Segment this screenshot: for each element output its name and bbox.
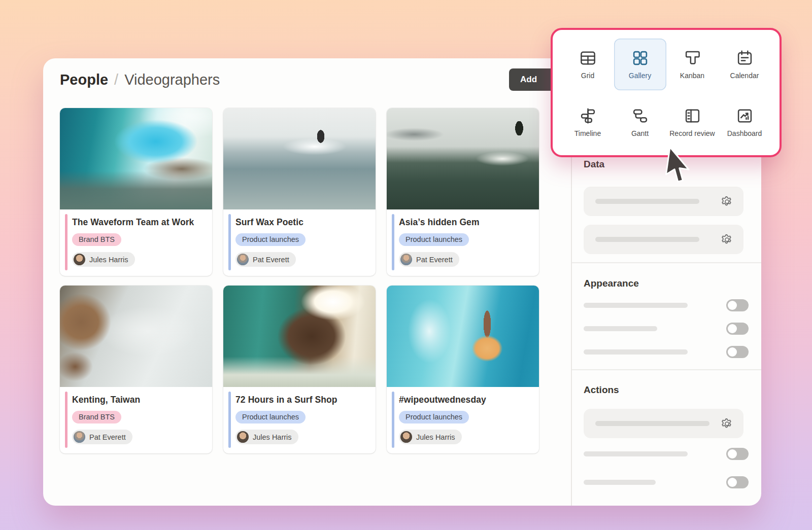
gear-icon[interactable] xyxy=(721,417,733,430)
card-body: Surf Wax Poetic Product launches Pat Eve… xyxy=(223,209,376,274)
tag-pill: Product launches xyxy=(399,411,469,423)
gallery-card[interactable]: Asia’s hidden Gem Product launches Pat E… xyxy=(387,108,539,276)
assignee-name: Pat Everett xyxy=(253,256,289,264)
breadcrumb: People / Videographers xyxy=(60,72,220,88)
assignee-pill: Pat Everett xyxy=(72,430,132,444)
card-title: The Waveform Team at Work xyxy=(72,217,205,228)
section-title-appearance: Appearance xyxy=(584,278,639,289)
breadcrumb-separator: / xyxy=(114,72,118,88)
tag-pill: Product launches xyxy=(399,233,469,246)
card-photo xyxy=(60,286,212,387)
gallery-card[interactable]: 72 Hours in a Surf Shop Product launches… xyxy=(223,286,376,453)
toggle-switch[interactable] xyxy=(726,476,749,488)
view-option-label: Dashboard xyxy=(727,129,762,137)
tag-pill: Product launches xyxy=(235,411,306,423)
section-divider xyxy=(572,262,761,263)
gallery-card-grid: The Waveform Team at Work Brand BTS Jule… xyxy=(60,108,539,453)
avatar xyxy=(74,431,85,443)
card-title: #wipeoutwednesday xyxy=(399,395,532,405)
field-placeholder xyxy=(595,421,709,426)
view-option-gantt[interactable]: Gantt xyxy=(614,96,666,148)
data-field-row[interactable] xyxy=(584,225,743,254)
field-placeholder xyxy=(595,199,699,204)
appearance-option-row xyxy=(584,299,749,311)
gantt-view-icon xyxy=(631,107,649,125)
view-option-label: Grid xyxy=(581,72,594,80)
gallery-card[interactable]: Kenting, Taiwan Brand BTS Pat Everett xyxy=(60,286,212,453)
toggle-switch[interactable] xyxy=(726,299,749,311)
section-title-data: Data xyxy=(584,159,604,170)
view-option-label: Record review xyxy=(669,129,715,137)
option-label-placeholder xyxy=(584,480,656,485)
assignee-name: Jules Harris xyxy=(89,256,128,264)
card-body: 72 Hours in a Surf Shop Product launches… xyxy=(223,387,376,451)
view-option-dashboard[interactable]: Dashboard xyxy=(719,96,771,148)
card-body: Kenting, Taiwan Brand BTS Pat Everett xyxy=(60,387,212,451)
tag-pill: Brand BTS xyxy=(72,411,121,423)
toggle-switch[interactable] xyxy=(726,448,749,460)
view-option-label: Kanban xyxy=(680,72,704,80)
card-photo xyxy=(387,108,539,209)
card-body: #wipeoutwednesday Product launches Jules… xyxy=(387,387,539,451)
gallery-card[interactable]: The Waveform Team at Work Brand BTS Jule… xyxy=(60,108,212,276)
assignee-pill: Jules Harris xyxy=(235,430,298,444)
gallery-card[interactable]: #wipeoutwednesday Product launches Jules… xyxy=(387,286,539,453)
card-photo xyxy=(60,108,212,209)
toggle-switch[interactable] xyxy=(726,323,749,335)
assignee-name: Pat Everett xyxy=(89,433,126,441)
view-option-calendar[interactable]: Calendar xyxy=(719,39,771,90)
gallery-view-icon xyxy=(631,49,649,67)
avatar xyxy=(237,431,249,443)
assignee-name: Jules Harris xyxy=(253,433,292,441)
card-photo xyxy=(223,108,376,209)
option-label-placeholder xyxy=(584,451,688,456)
section-divider xyxy=(572,369,761,370)
card-body: Asia’s hidden Gem Product launches Pat E… xyxy=(387,209,539,274)
tag-pill: Brand BTS xyxy=(72,233,121,246)
view-option-record-review[interactable]: Record review xyxy=(666,96,719,148)
assignee-name: Pat Everett xyxy=(416,256,453,264)
card-body: The Waveform Team at Work Brand BTS Jule… xyxy=(60,209,212,274)
card-title: Surf Wax Poetic xyxy=(235,217,368,228)
breadcrumb-view-name[interactable]: Videographers xyxy=(124,72,220,88)
avatar xyxy=(400,431,412,443)
gallery-card[interactable]: Surf Wax Poetic Product launches Pat Eve… xyxy=(223,108,376,276)
option-label-placeholder xyxy=(584,326,657,331)
calendar-view-icon xyxy=(736,49,754,67)
view-option-label: Timeline xyxy=(574,129,601,137)
view-option-kanban[interactable]: Kanban xyxy=(666,39,719,90)
card-photo xyxy=(223,286,376,387)
section-title-actions: Actions xyxy=(584,384,619,396)
view-option-label: Gantt xyxy=(631,129,649,137)
view-option-label: Calendar xyxy=(730,72,759,80)
tag-pill: Product launches xyxy=(235,233,306,246)
toggle-switch[interactable] xyxy=(726,346,749,358)
app-screenshot: People / Videographers Add The Waveform … xyxy=(0,0,812,530)
action-option-row xyxy=(584,448,749,460)
appearance-option-row xyxy=(584,323,749,335)
dashboard-view-icon xyxy=(736,107,754,125)
grid-view-icon xyxy=(579,49,597,67)
view-option-timeline[interactable]: Timeline xyxy=(562,96,614,148)
field-placeholder xyxy=(595,237,699,242)
record-review-view-icon xyxy=(684,107,701,125)
view-option-grid[interactable]: Grid xyxy=(562,39,614,90)
assignee-pill: Jules Harris xyxy=(72,252,135,267)
action-field-row[interactable] xyxy=(584,409,743,438)
option-label-placeholder xyxy=(584,303,688,308)
appearance-option-row xyxy=(584,346,749,358)
card-title: Kenting, Taiwan xyxy=(72,395,205,405)
avatar xyxy=(237,254,249,265)
assignee-pill: Jules Harris xyxy=(399,430,462,444)
breadcrumb-table-name[interactable]: People xyxy=(60,72,108,88)
card-title: 72 Hours in a Surf Shop xyxy=(235,395,368,405)
option-label-placeholder xyxy=(584,349,688,355)
mouse-cursor xyxy=(660,143,695,191)
assignee-pill: Pat Everett xyxy=(399,252,459,267)
avatar xyxy=(74,254,85,265)
assignee-name: Jules Harris xyxy=(416,433,455,441)
view-option-gallery-selected[interactable]: Gallery xyxy=(614,39,666,90)
gear-icon[interactable] xyxy=(721,233,733,246)
gear-icon[interactable] xyxy=(721,195,733,208)
kanban-view-icon xyxy=(684,49,701,67)
